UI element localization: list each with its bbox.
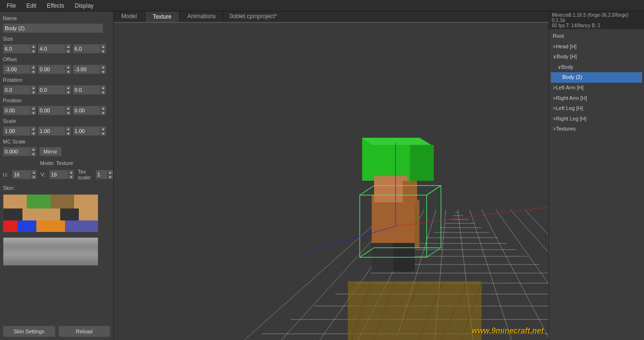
size-z-up[interactable]: ▲ [100,44,106,49]
tree-item[interactable]: >Right Arm [H] [551,93,642,104]
rot-x-up[interactable]: ▲ [31,85,36,90]
scale-z-up[interactable]: ▲ [100,126,106,131]
scale-z-input[interactable] [73,126,100,136]
rot-y-up[interactable]: ▲ [65,85,71,90]
mirror-button[interactable]: Mirror [39,147,62,156]
rot-x-input[interactable] [3,85,31,95]
name-input[interactable] [3,23,103,33]
size-x-input[interactable] [3,44,31,54]
size-y-down[interactable]: ▼ [65,49,71,54]
rot-z-up[interactable]: ▲ [100,85,106,90]
pos-z-up[interactable]: ▲ [100,106,106,110]
rot-z-input[interactable] [73,85,100,95]
menu-bar: File Edit Effects Display [0,0,644,11]
menu-display[interactable]: Display [70,1,98,10]
offset-x-down[interactable]: ▼ [31,69,36,74]
offset-label: Offset [3,56,110,62]
tree-item[interactable]: ∨Body [H] [551,52,642,62]
pos-z-input[interactable] [73,106,100,115]
skin-preview-1[interactable] [3,194,98,232]
uv-row: U: ▲▼ V: ▲▼ Tex scale: ▲▼ [3,169,110,180]
tree-panel: Root>Head [H]∨Body [H]∨BodyBody (2)>Left… [549,29,644,340]
scale-y-up[interactable]: ▲ [65,126,71,131]
offset-z-up[interactable]: ▲ [100,65,106,69]
size-label: Size [3,36,110,42]
scale-row: ▲▼ ▲▼ ▲▼ [3,126,110,136]
pos-y-input[interactable] [38,106,65,115]
u-input[interactable] [12,170,31,179]
rot-y-down[interactable]: ▼ [65,90,71,95]
pos-y-down[interactable]: ▼ [65,110,71,115]
offset-y-input[interactable] [38,65,65,74]
rot-y-input[interactable] [38,85,65,95]
tab-project[interactable]: 0oblet.cpmproject* [224,11,282,22]
tree-item[interactable]: ∨Body [551,62,642,73]
size-row: ▲▼ ▲▼ ▲▼ [3,44,110,54]
size-y-input[interactable] [38,44,65,54]
center-area: Model Texture Animations 0oblet.cpmproje… [114,11,548,340]
tab-texture[interactable]: Texture [145,11,180,22]
scale-x-down[interactable]: ▼ [31,131,36,136]
offset-y-down[interactable]: ▼ [65,69,71,74]
tree-item[interactable]: >Head [H] [551,42,642,52]
pos-x-down[interactable]: ▼ [31,110,36,115]
reload-button[interactable]: Reload [58,326,111,337]
u-down[interactable]: ▼ [31,175,37,179]
tabs-row: Model Texture Animations 0oblet.cpmproje… [114,11,548,23]
pos-z-down[interactable]: ▼ [100,110,106,115]
offset-y-up[interactable]: ▲ [65,65,71,69]
svg-rect-31 [348,281,482,340]
tree-item[interactable]: >Left Leg [H] [551,103,642,114]
tex-scale-up[interactable]: ▲ [107,170,113,175]
skin-settings-button[interactable]: Skin Settings [3,326,55,337]
size-z-down[interactable]: ▼ [100,49,106,54]
size-y-group: ▲▼ [38,44,71,54]
scale-y-down[interactable]: ▼ [65,131,71,136]
scale-y-input[interactable] [38,126,65,136]
size-x-down[interactable]: ▼ [31,49,36,54]
offset-x-input[interactable] [3,65,31,74]
pos-y-up[interactable]: ▲ [65,106,71,110]
rot-z-down[interactable]: ▼ [100,90,106,95]
mc-scale-up[interactable]: ▲ [31,147,36,152]
tab-model[interactable]: Model [114,11,145,22]
tex-scale-label: Tex scale: [78,169,92,180]
offset-z-down[interactable]: ▼ [100,69,106,74]
scale-x-up[interactable]: ▲ [31,126,36,131]
pos-x-up[interactable]: ▲ [31,106,36,110]
position-label: Position [3,98,110,103]
viewport[interactable]: www.9minecraft.net [114,23,548,340]
offset-x-up[interactable]: ▲ [31,65,36,69]
tex-scale-down[interactable]: ▼ [107,175,113,179]
skin-preview-2[interactable] [3,237,98,266]
tree-item[interactable]: >Textures [551,124,642,134]
tree-item[interactable]: >Right Leg [H] [551,114,642,124]
u-up[interactable]: ▲ [31,170,37,175]
tex-scale-input[interactable] [96,170,107,179]
svg-rect-39 [372,195,415,248]
tree-item[interactable]: Body (2) [551,72,642,83]
mc-scale-row: ▲▼ Mirror [3,147,110,156]
offset-z-input[interactable] [73,65,100,74]
menu-file[interactable]: File [2,1,21,10]
name-label: Name [3,15,110,21]
size-z-input[interactable] [73,44,100,54]
tree-item[interactable]: >Left Arm [H] [551,83,642,93]
scale-label: Scale [3,118,110,124]
main-layout: Name Size ▲▼ ▲▼ ▲▼ Offset ▲▼ [0,11,644,340]
size-y-up[interactable]: ▲ [65,44,71,49]
menu-edit[interactable]: Edit [21,1,41,10]
v-down[interactable]: ▼ [68,175,74,179]
tab-animations[interactable]: Animations [180,11,224,22]
v-input[interactable] [49,170,68,179]
scale-z-down[interactable]: ▼ [100,131,106,136]
tree-item[interactable]: Root [551,31,642,42]
mc-scale-down[interactable]: ▼ [31,152,36,156]
rot-x-down[interactable]: ▼ [31,90,36,95]
mc-scale-input[interactable] [3,147,31,156]
size-x-up[interactable]: ▲ [31,44,36,49]
scale-x-input[interactable] [3,126,31,136]
menu-effects[interactable]: Effects [42,1,69,10]
pos-x-input[interactable] [3,106,31,115]
v-up[interactable]: ▲ [68,170,74,175]
